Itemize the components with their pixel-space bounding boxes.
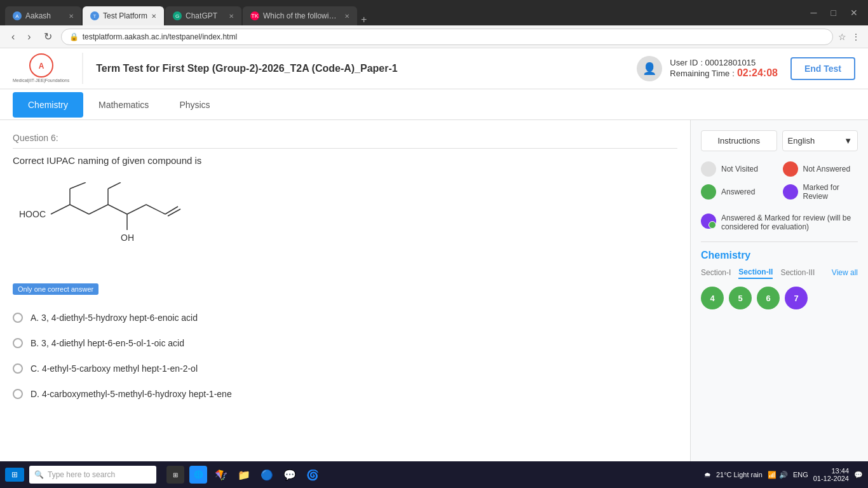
answer-type-badge: Only one correct answer bbox=[13, 283, 98, 295]
option-a-radio[interactable] bbox=[13, 313, 23, 323]
tab-favicon-testplatform: T bbox=[90, 11, 99, 20]
tab-close-chatgpt[interactable]: ✕ bbox=[229, 13, 234, 20]
copilot-icon[interactable]: 🪁 bbox=[212, 466, 230, 484]
minimize-button[interactable]: ─ bbox=[806, 8, 822, 18]
legend-answered-marked-icon bbox=[701, 214, 716, 229]
section-tab-iii[interactable]: Section-III bbox=[780, 268, 815, 278]
network-icon: 📶 bbox=[768, 471, 776, 479]
section-tab-view-all[interactable]: View all bbox=[832, 268, 858, 278]
svg-line-5 bbox=[89, 205, 108, 214]
chrome-icon[interactable]: 🔵 bbox=[258, 466, 276, 484]
user-info: User ID : 00012801015 Remaining Time : 0… bbox=[670, 58, 778, 79]
url-bar[interactable]: 🔒 testplatform.aakash.ac.in/testpanel/in… bbox=[61, 29, 833, 45]
option-b-radio[interactable] bbox=[13, 338, 23, 348]
option-d-text: D. 4-carboxymethyl-5-methyl-6-hydroxy he… bbox=[31, 389, 232, 399]
tab-close-tiktok[interactable]: ✕ bbox=[344, 13, 349, 20]
edge-icon[interactable]: 🌀 bbox=[304, 466, 322, 484]
instructions-button[interactable]: Instructions bbox=[701, 130, 777, 151]
whatsapp-icon[interactable]: 💬 bbox=[281, 466, 299, 484]
remaining-time-separator: : bbox=[732, 69, 735, 78]
new-tab-button[interactable]: + bbox=[361, 14, 367, 25]
language-selector[interactable]: English ▼ bbox=[782, 130, 858, 151]
option-c-radio[interactable] bbox=[13, 363, 23, 374]
legend-not-answered-label: Not Answered bbox=[803, 165, 851, 173]
user-id-label: User ID bbox=[670, 58, 698, 67]
browser-tab-tiktok[interactable]: TK Which of the following will not ✕ bbox=[243, 6, 357, 25]
tab-close-aakash[interactable]: ✕ bbox=[69, 13, 74, 20]
legend-marked-review: Marked for Review bbox=[783, 183, 858, 201]
system-tray: 🌧 21°C Light rain 📶 🔊 ENG 13:44 01-12-20… bbox=[704, 467, 863, 482]
option-a[interactable]: A. 3, 4-diethyl-5-hydroxy hept-6-enoic a… bbox=[13, 310, 677, 325]
browser-tabs: A Aakash ✕ T Test Platform ✕ G ChatGPT ✕… bbox=[5, 0, 367, 25]
sidebar-controls: Instructions English ▼ bbox=[701, 130, 858, 151]
start-button[interactable]: ⊞ bbox=[5, 468, 24, 482]
question-area: Question 6: Correct IUPAC naming of give… bbox=[0, 120, 690, 461]
question-number-5[interactable]: 5 bbox=[729, 287, 752, 309]
tab-physics[interactable]: Physics bbox=[164, 92, 225, 118]
maximize-button[interactable]: □ bbox=[826, 8, 841, 18]
weather-text: 21°C Light rain bbox=[716, 471, 763, 478]
main-layout: Question 6: Correct IUPAC naming of give… bbox=[0, 120, 868, 461]
svg-line-13 bbox=[165, 207, 178, 214]
svg-line-14 bbox=[168, 209, 180, 216]
system-clock: 13:44 01-12-2024 bbox=[813, 467, 849, 482]
user-avatar: 👤 bbox=[637, 56, 662, 81]
tab-favicon-chatgpt: G bbox=[173, 11, 182, 20]
taskbar-search[interactable]: 🔍 Type here to search bbox=[29, 466, 156, 484]
remaining-time-label: Remaining Time bbox=[670, 69, 729, 78]
reload-button[interactable]: ↻ bbox=[40, 29, 56, 44]
notification-icon[interactable]: 💬 bbox=[854, 471, 863, 479]
star-icon[interactable]: ☆ bbox=[838, 32, 846, 42]
tab-label-testplatform: Test Platform bbox=[103, 11, 147, 20]
section-tab-i[interactable]: Section-I bbox=[701, 268, 731, 278]
tray-icons: 📶 🔊 bbox=[768, 471, 788, 479]
svg-line-12 bbox=[146, 205, 165, 214]
close-window-button[interactable]: ✕ bbox=[845, 8, 863, 18]
menu-icon[interactable]: ⋮ bbox=[851, 32, 860, 42]
explorer-icon[interactable]: 📁 bbox=[235, 466, 253, 484]
language-indicator: ENG bbox=[793, 471, 808, 478]
user-area: 👤 User ID : 00012801015 Remaining Time :… bbox=[637, 56, 778, 81]
sidebar: Instructions English ▼ Not Visited Not A… bbox=[690, 120, 868, 461]
svg-line-11 bbox=[127, 205, 146, 214]
back-button[interactable]: ‹ bbox=[8, 30, 18, 44]
question-number-4[interactable]: 4 bbox=[701, 287, 724, 309]
option-b[interactable]: B. 3, 4-diethyl hept-6-en-5-ol-1-oic aci… bbox=[13, 336, 677, 351]
svg-line-10 bbox=[108, 182, 121, 189]
question-text: Correct IUPAC naming of given compound i… bbox=[13, 155, 677, 166]
subject-tabs: Chemistry Mathematics Physics bbox=[0, 90, 868, 120]
question-number-7[interactable]: 7 bbox=[785, 287, 808, 309]
svg-line-3 bbox=[51, 205, 70, 214]
options-list: A. 3, 4-diethyl-5-hydroxy hept-6-enoic a… bbox=[13, 310, 677, 402]
browser-tab-chatgpt[interactable]: G ChatGPT ✕ bbox=[165, 6, 241, 25]
address-bar: ‹ › ↻ 🔒 testplatform.aakash.ac.in/testpa… bbox=[0, 25, 868, 48]
chemical-structure: HOOC OH bbox=[13, 176, 677, 273]
timer-value: 02:24:08 bbox=[737, 67, 778, 79]
option-d[interactable]: D. 4-carboxymethyl-5-methyl-6-hydroxy he… bbox=[13, 386, 677, 402]
svg-text:A: A bbox=[38, 62, 44, 71]
option-c[interactable]: C. 4-ethyl-5-carboxy methyl hept-1-en-2-… bbox=[13, 361, 677, 376]
forward-button[interactable]: › bbox=[24, 30, 34, 44]
browser-tab-aakash[interactable]: A Aakash ✕ bbox=[5, 6, 81, 25]
browser-taskbar-icon[interactable]: 🌐 bbox=[189, 466, 207, 484]
option-a-text: A. 3, 4-diethyl-5-hydroxy hept-6-enoic a… bbox=[31, 313, 198, 323]
url-text: testplatform.aakash.ac.in/testpanel/inde… bbox=[83, 32, 237, 41]
section-tabs: Section-I Section-II Section-III View al… bbox=[701, 268, 858, 279]
svg-text:OH: OH bbox=[121, 233, 134, 243]
question-number-6[interactable]: 6 bbox=[757, 287, 780, 309]
tab-mathematics[interactable]: Mathematics bbox=[83, 92, 164, 118]
tab-chemistry[interactable]: Chemistry bbox=[13, 92, 83, 118]
tab-close-testplatform[interactable]: ✕ bbox=[151, 13, 156, 20]
legend-answered-icon bbox=[701, 184, 716, 200]
logo-subtitle: Medical|IIT-JEE|Foundations bbox=[13, 78, 69, 83]
end-test-button[interactable]: End Test bbox=[790, 57, 855, 80]
question-header: Question 6: bbox=[13, 133, 677, 149]
section-tab-ii[interactable]: Section-II bbox=[738, 268, 773, 279]
svg-line-4 bbox=[70, 205, 89, 214]
chem-structure-svg: HOOC OH bbox=[13, 182, 191, 265]
legend-not-answered-icon bbox=[783, 161, 798, 177]
browser-tab-testplatform[interactable]: T Test Platform ✕ bbox=[83, 6, 164, 25]
option-d-radio[interactable] bbox=[13, 389, 23, 399]
question-numbers: 4 5 6 7 bbox=[701, 287, 858, 309]
taskview-icon[interactable]: ⊞ bbox=[166, 466, 184, 484]
